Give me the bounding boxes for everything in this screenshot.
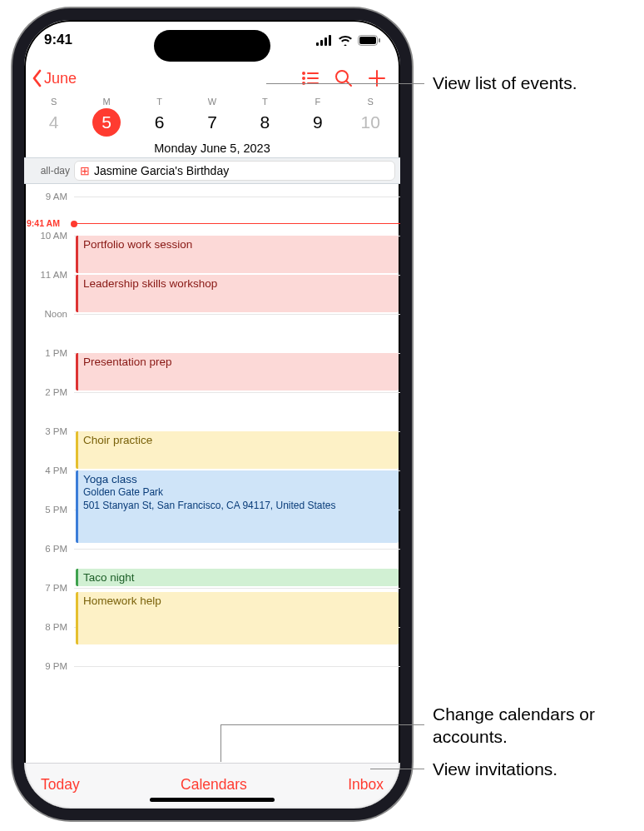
hour-line — [74, 588, 400, 589]
time-label: 8 PM — [45, 622, 67, 632]
svg-rect-1 — [320, 40, 323, 46]
all-day-row: all-day ⊞ Jasmine Garcia's Birthday — [24, 157, 400, 184]
event-title: Presentation prep — [83, 356, 394, 368]
time-label: 10 AM — [40, 231, 67, 241]
svg-rect-6 — [379, 38, 380, 42]
day-column[interactable]: T6 — [133, 97, 186, 137]
time-label: 9 AM — [46, 192, 67, 202]
day-number: 8 — [250, 108, 279, 137]
now-indicator — [74, 223, 400, 224]
all-day-title: Jasmine Garcia's Birthday — [94, 164, 229, 177]
status-indicators — [316, 35, 380, 46]
time-label: 2 PM — [45, 387, 67, 397]
day-number: 5 — [92, 108, 121, 137]
calendars-button[interactable]: Calendars — [181, 776, 247, 794]
day-column[interactable]: S4 — [27, 97, 80, 137]
callout-change-calendars: Change calendars or accounts. — [433, 703, 644, 749]
calendar-event[interactable]: Yoga classGolden Gate Park501 Stanyan St… — [76, 470, 399, 543]
svg-rect-0 — [316, 42, 319, 46]
list-view-button[interactable] — [294, 68, 327, 88]
time-label: 1 PM — [45, 348, 67, 358]
dynamic-island — [154, 30, 270, 62]
now-label: 9:41 AM — [27, 218, 60, 228]
day-column[interactable]: T8 — [239, 97, 291, 137]
time-label: 3 PM — [45, 426, 67, 436]
day-letter: S — [368, 97, 374, 107]
hour-line — [74, 666, 400, 667]
cellular-icon — [316, 35, 333, 46]
callout-line — [266, 83, 424, 84]
event-title: Yoga class — [83, 473, 394, 485]
all-day-event[interactable]: ⊞ Jasmine Garcia's Birthday — [74, 161, 395, 181]
day-letter: W — [208, 97, 216, 107]
plus-icon — [367, 68, 387, 88]
hour-line — [74, 392, 400, 393]
time-label: 7 PM — [45, 583, 67, 593]
wifi-icon — [338, 35, 353, 46]
status-time: 9:41 — [44, 32, 72, 48]
day-letter: T — [262, 97, 268, 107]
event-address: 501 Stanyan St, San Francisco, CA 94117,… — [83, 500, 394, 512]
callout-line — [220, 724, 221, 762]
hour-line — [74, 549, 400, 550]
callout-invitations: View invitations. — [433, 758, 557, 780]
back-label: June — [44, 70, 77, 87]
nav-bar: June — [24, 60, 400, 97]
calendar-event[interactable]: Homework help — [76, 592, 399, 645]
callout-line — [370, 769, 424, 769]
time-label: Noon — [45, 309, 68, 319]
week-header: S4M5T6W7T8F9S10 — [24, 97, 400, 137]
inbox-button[interactable]: Inbox — [348, 776, 384, 794]
search-icon — [334, 68, 354, 88]
event-title: Leadership skills workshop — [83, 277, 394, 290]
event-title: Choir practice — [83, 434, 394, 446]
add-button[interactable] — [360, 68, 394, 88]
day-letter: S — [51, 97, 57, 107]
schedule[interactable]: 9 AM10 AM11 AMNoon1 PM2 PM3 PM4 PM5 PM6 … — [24, 184, 400, 767]
day-number: 6 — [146, 108, 174, 137]
callout-line — [220, 724, 424, 725]
day-letter: T — [156, 97, 162, 107]
calendar-event[interactable]: Choir practice — [76, 431, 399, 469]
home-indicator — [150, 798, 275, 802]
calendar-event[interactable]: Leadership skills workshop — [76, 275, 399, 312]
callout-list-events: View list of events. — [433, 72, 577, 94]
back-button[interactable]: June — [31, 69, 77, 87]
time-label: 11 AM — [40, 270, 67, 280]
day-letter: F — [315, 97, 320, 107]
phone-frame: 9:41 June S4M5T6W7T8F9S10 Monday June 5,… — [12, 8, 412, 820]
day-letter: M — [103, 97, 111, 107]
day-number: 7 — [198, 108, 226, 137]
search-button[interactable] — [327, 68, 360, 88]
gift-icon: ⊞ — [80, 164, 90, 177]
list-icon — [300, 68, 320, 88]
day-number: 4 — [40, 108, 68, 137]
day-column[interactable]: S10 — [344, 97, 397, 137]
today-button[interactable]: Today — [41, 776, 80, 794]
time-label: 6 PM — [45, 544, 67, 554]
day-number: 10 — [356, 108, 384, 137]
day-column[interactable]: W7 — [186, 97, 238, 137]
event-title: Homework help — [83, 595, 394, 607]
calendar-event[interactable]: Presentation prep — [76, 353, 399, 391]
event-location: Golden Gate Park — [83, 486, 394, 499]
hour-line — [74, 197, 400, 197]
battery-icon — [358, 35, 380, 46]
svg-rect-2 — [324, 37, 327, 46]
time-label: 5 PM — [45, 505, 67, 515]
svg-rect-3 — [329, 35, 331, 46]
hour-line — [74, 314, 400, 315]
day-column[interactable]: F9 — [291, 97, 344, 137]
event-title: Taco night — [83, 571, 394, 584]
svg-point-7 — [303, 72, 305, 74]
svg-point-9 — [303, 77, 305, 79]
all-day-label: all-day — [29, 165, 74, 177]
time-label: 9 PM — [45, 661, 67, 671]
calendar-event[interactable]: Taco night — [76, 569, 399, 587]
chevron-left-icon — [31, 69, 42, 87]
day-column[interactable]: M5 — [80, 97, 132, 137]
event-title: Portfolio work session — [83, 238, 394, 251]
day-number: 9 — [304, 108, 332, 137]
calendar-event[interactable]: Portfolio work session — [76, 236, 399, 273]
time-label: 4 PM — [45, 465, 67, 475]
